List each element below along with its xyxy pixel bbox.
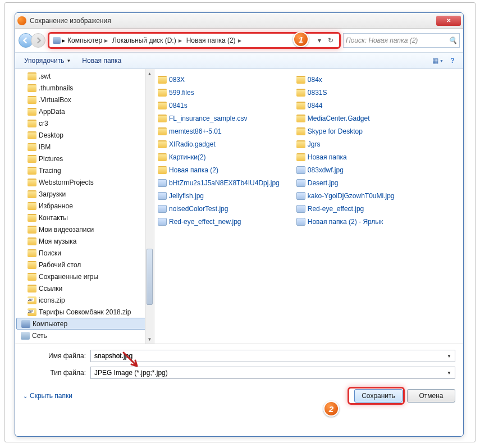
folder-tree[interactable]: .swt.thumbnails.VirtualBoxAppDatacr3Desk… bbox=[15, 69, 154, 344]
forward-button[interactable] bbox=[31, 33, 45, 48]
file-item[interactable]: 0831S bbox=[296, 86, 395, 98]
tree-item-label: .thumbnails bbox=[39, 84, 73, 92]
file-name: 084x bbox=[308, 76, 322, 84]
file-item[interactable]: FL_insurance_sample.csv bbox=[158, 112, 280, 124]
scroll-down-button[interactable]: ▼ bbox=[145, 335, 154, 344]
file-item[interactable]: Новая папка (2) bbox=[158, 164, 280, 176]
tree-item[interactable]: .swt bbox=[15, 70, 154, 82]
file-item[interactable]: 599.files bbox=[158, 86, 280, 98]
tree-item-label: .swt bbox=[39, 72, 51, 80]
file-item[interactable]: memtest86+-5.01 bbox=[158, 125, 280, 137]
tree-item[interactable]: Компьютер bbox=[16, 318, 153, 330]
tree-item[interactable]: Сеть bbox=[15, 330, 154, 341]
file-name: 0831S bbox=[308, 89, 327, 97]
help-button[interactable]: ? bbox=[445, 54, 460, 67]
folder-icon bbox=[28, 179, 36, 186]
tree-item[interactable]: Загрузки bbox=[15, 188, 154, 200]
scroll-thumb[interactable] bbox=[147, 249, 153, 305]
file-item[interactable]: Jellyfish.jpg bbox=[158, 190, 280, 202]
tree-item[interactable]: Ссылки bbox=[15, 282, 154, 294]
file-item[interactable]: MediaCenter.Gadget bbox=[296, 112, 395, 124]
file-item[interactable]: Desert.jpg bbox=[296, 177, 395, 189]
file-item[interactable]: 0841s bbox=[158, 99, 280, 111]
breadcrumb-item[interactable]: Компьютер▸ bbox=[65, 35, 110, 45]
file-item[interactable]: 083X bbox=[158, 74, 280, 85]
tree-item-label: Pictures bbox=[39, 155, 63, 163]
folder-icon bbox=[296, 115, 305, 122]
file-item[interactable]: 083xdwf.jpg bbox=[296, 164, 395, 176]
chevron-right-icon: ▸ bbox=[104, 36, 108, 44]
folder-icon bbox=[28, 167, 36, 175]
folder-icon bbox=[28, 72, 36, 80]
file-item[interactable]: Новая папка (2) - Ярлык bbox=[296, 216, 395, 227]
tree-item[interactable]: Desktop bbox=[15, 129, 154, 141]
folder-icon bbox=[296, 140, 305, 148]
tree-item[interactable]: Рабочий стол bbox=[15, 259, 154, 271]
tree-item[interactable]: Pictures bbox=[15, 153, 154, 164]
filename-input[interactable]: snapshot.jpg▼ bbox=[90, 350, 455, 362]
tree-item-label: .VirtualBox bbox=[39, 96, 71, 104]
folder-icon bbox=[158, 153, 167, 161]
network-icon bbox=[21, 332, 30, 340]
file-name: memtest86+-5.01 bbox=[169, 127, 222, 135]
tree-item[interactable]: IBM bbox=[15, 141, 154, 153]
file-item[interactable]: kako-YgoiDjGzowhT0uMi.jpg bbox=[296, 190, 395, 202]
file-name: Jgrs bbox=[308, 140, 321, 148]
breadcrumb-item[interactable]: Локальный диск (D:)▸ bbox=[110, 35, 184, 45]
scroll-up-button[interactable]: ▲ bbox=[145, 69, 154, 78]
folder-icon bbox=[296, 102, 305, 109]
firefox-icon bbox=[17, 16, 26, 25]
tree-item[interactable]: Поиски bbox=[15, 247, 154, 259]
tree-item[interactable]: Моя музыка bbox=[15, 235, 154, 247]
tree-item[interactable]: Tracing bbox=[15, 164, 154, 176]
tree-item[interactable]: AppData bbox=[15, 106, 154, 117]
tree-scrollbar[interactable]: ▲ ▼ bbox=[145, 69, 154, 344]
close-button[interactable]: ✕ bbox=[436, 16, 461, 26]
file-item[interactable]: bHtZrnu2s1J5aN8EX8Tb4IU4Dpj.jpg bbox=[158, 177, 280, 189]
tree-item[interactable]: Тарифы Совкомбанк 2018.zip bbox=[15, 306, 154, 318]
search-input[interactable]: Поиск: Новая папка (2) 🔍 bbox=[343, 33, 460, 48]
file-item[interactable]: 0844 bbox=[296, 99, 395, 111]
file-item[interactable]: Jgrs bbox=[296, 138, 395, 150]
tree-item[interactable]: Сохраненные игры bbox=[15, 271, 154, 282]
tree-item[interactable]: Мои видеозаписи bbox=[15, 223, 154, 235]
organize-button[interactable]: Упорядочить▼ bbox=[19, 55, 76, 66]
tree-item[interactable]: WebstormProjects bbox=[15, 176, 154, 188]
folder-icon bbox=[28, 120, 36, 127]
file-item[interactable]: Red-eye_effect.jpg bbox=[296, 203, 395, 214]
jpg-icon bbox=[296, 205, 305, 213]
refresh-button[interactable]: ↻ bbox=[326, 35, 336, 45]
file-item[interactable]: noisedColorTest.jpg bbox=[158, 203, 280, 214]
toolbar: Упорядочить▼ Новая папка ▦▼ ? bbox=[15, 52, 463, 69]
tree-item-label: WebstormProjects bbox=[39, 179, 94, 186]
file-item[interactable]: Red-eye_effect_new.jpg bbox=[158, 216, 280, 227]
filetype-select[interactable]: JPEG Image (*.jpg;*.jpg)▼ bbox=[90, 367, 455, 379]
tree-item[interactable]: Избранное bbox=[15, 200, 154, 212]
file-name: 599.files bbox=[169, 89, 194, 97]
file-item[interactable]: Skype for Desktop bbox=[296, 125, 395, 137]
file-list[interactable]: 083X599.files0841sFL_insurance_sample.cs… bbox=[154, 69, 463, 344]
chevron-down-icon[interactable]: ▼ bbox=[447, 354, 451, 359]
breadcrumb-item[interactable]: Новая папка (2)▸ bbox=[184, 35, 244, 45]
address-dropdown-button[interactable]: ▾ bbox=[314, 35, 324, 45]
tree-item[interactable]: .thumbnails bbox=[15, 82, 154, 94]
folder-icon bbox=[158, 166, 167, 174]
jpg-icon bbox=[158, 179, 167, 187]
folder-icon bbox=[28, 143, 36, 151]
file-item[interactable]: XIRadio.gadget bbox=[158, 138, 280, 150]
tree-item[interactable]: .VirtualBox bbox=[15, 94, 154, 106]
file-item[interactable]: Новая папка bbox=[296, 151, 395, 163]
folder-icon bbox=[158, 76, 167, 84]
file-item[interactable]: Картинки(2) bbox=[158, 151, 280, 163]
view-button[interactable]: ▦▼ bbox=[431, 54, 445, 67]
chevron-down-icon[interactable]: ▼ bbox=[447, 371, 451, 376]
cancel-button[interactable]: Отмена bbox=[407, 389, 455, 403]
tree-item[interactable]: cr3 bbox=[15, 117, 154, 129]
file-item[interactable]: 084x bbox=[296, 74, 395, 85]
file-name: MediaCenter.Gadget bbox=[308, 115, 370, 122]
hide-folders-link[interactable]: ⌄Скрыть папки bbox=[23, 392, 72, 400]
file-name: 083xdwf.jpg bbox=[308, 166, 344, 174]
tree-item[interactable]: Контакты bbox=[15, 212, 154, 223]
tree-item[interactable]: icons.zip bbox=[15, 294, 154, 306]
new-folder-button[interactable]: Новая папка bbox=[76, 55, 127, 66]
